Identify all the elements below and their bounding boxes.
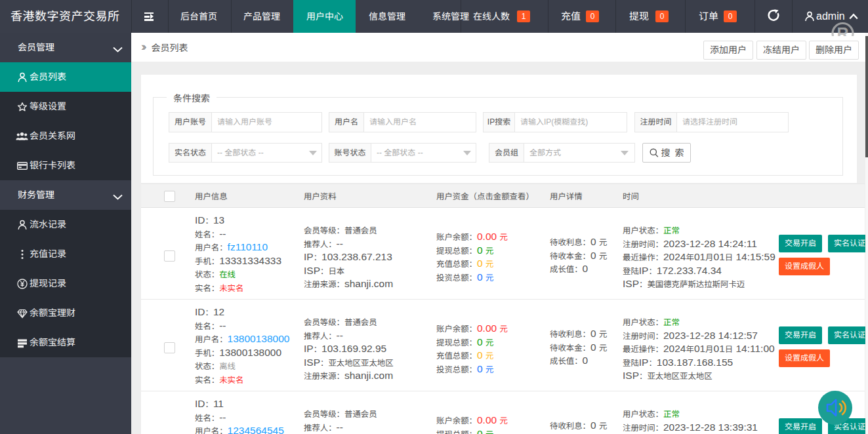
svg-text:R: R <box>837 24 848 36</box>
